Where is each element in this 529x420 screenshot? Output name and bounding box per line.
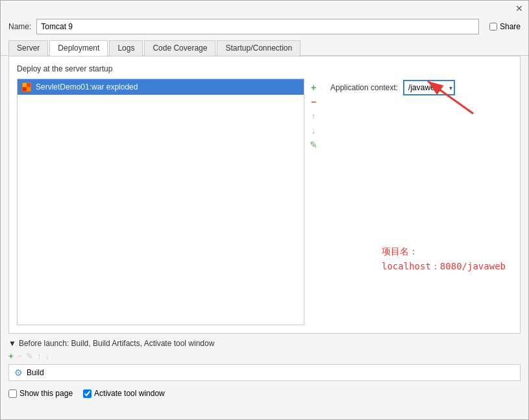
- tab-logs[interactable]: Logs: [109, 40, 143, 56]
- collapse-icon[interactable]: ▼: [8, 339, 16, 348]
- artifact-list: ServletDemo01:war exploded: [17, 79, 304, 325]
- tab-server[interactable]: Server: [8, 40, 48, 56]
- before-launch-section: ▼ Before launch: Build, Build Artifacts,…: [1, 334, 528, 381]
- tabs-bar: Server Deployment Logs Code Coverage Sta…: [1, 40, 528, 56]
- red-arrow-annotation: [408, 68, 486, 120]
- share-area: Share: [489, 22, 521, 31]
- add-artifact-button[interactable]: +: [307, 81, 320, 94]
- edit-artifact-button[interactable]: ✎: [307, 138, 320, 151]
- tab-startup-connection[interactable]: Startup/Connection: [217, 40, 301, 56]
- deploy-main: ServletDemo01:war exploded + − ↑ ↓ ✎ App…: [17, 79, 512, 325]
- before-launch-toolbar: + − ✎ ↑ ↓: [8, 352, 521, 360]
- show-page-label: Show this page: [19, 389, 73, 398]
- svg-rect-4: [27, 87, 31, 91]
- close-button[interactable]: ✕: [514, 3, 524, 14]
- share-checkbox[interactable]: [489, 23, 497, 31]
- annotation-text: 项目名： localhost：8080/javaweb: [382, 244, 506, 273]
- show-page-checkbox[interactable]: [8, 389, 17, 398]
- activate-tool-window-checkbox[interactable]: [83, 389, 92, 398]
- content-area: Deploy at the server startup: [8, 56, 521, 334]
- remove-artifact-button[interactable]: −: [307, 95, 320, 108]
- before-launch-down-button[interactable]: ↓: [45, 352, 50, 360]
- artifact-icon: [21, 82, 32, 92]
- build-label: Build: [27, 368, 44, 377]
- app-context-label: Application context:: [330, 83, 398, 92]
- artifact-item-label: ServletDemo01:war exploded: [36, 82, 138, 92]
- svg-rect-2: [27, 83, 31, 87]
- artifact-panel: ServletDemo01:war exploded + − ↑ ↓ ✎: [17, 79, 323, 325]
- activate-tool-window-label: Activate tool window: [94, 389, 165, 398]
- svg-rect-1: [23, 83, 27, 87]
- before-launch-add-button[interactable]: +: [8, 352, 14, 360]
- tab-deployment[interactable]: Deployment: [49, 40, 108, 56]
- arrow-area: [330, 101, 512, 140]
- show-page-row: Show this page: [8, 389, 73, 398]
- bottom-options: Show this page Activate tool window: [1, 386, 528, 401]
- svg-line-6: [428, 81, 473, 114]
- name-label: Name:: [8, 22, 31, 31]
- before-launch-header: ▼ Before launch: Build, Build Artifacts,…: [8, 339, 521, 348]
- annotation-line1: 项目名：: [382, 246, 418, 256]
- move-up-artifact-button[interactable]: ↑: [307, 110, 320, 123]
- share-label: Share: [500, 22, 521, 31]
- artifact-item[interactable]: ServletDemo01:war exploded: [18, 79, 304, 95]
- tab-code-coverage[interactable]: Code Coverage: [144, 40, 215, 56]
- main-window: ✕ Name: Share Server Deployment Logs Cod…: [0, 0, 529, 420]
- move-down-artifact-button[interactable]: ↓: [307, 124, 320, 137]
- build-row: ⚙ Build: [8, 364, 521, 381]
- name-row: Name: Share: [1, 16, 528, 40]
- svg-rect-3: [23, 87, 27, 91]
- activate-tool-window-row: Activate tool window: [83, 389, 165, 398]
- title-bar: ✕: [1, 1, 528, 16]
- name-input[interactable]: [36, 19, 479, 34]
- before-launch-edit-button[interactable]: ✎: [26, 352, 33, 360]
- app-context-panel: Application context: /javaweb ▾: [330, 79, 512, 325]
- artifact-toolbar: + − ↑ ↓ ✎: [304, 79, 323, 325]
- before-launch-up-button[interactable]: ↑: [37, 352, 42, 360]
- before-launch-remove-button[interactable]: −: [18, 352, 23, 360]
- build-icon: ⚙: [14, 367, 23, 378]
- before-launch-label: Before launch: Build, Build Artifacts, A…: [19, 339, 215, 348]
- annotation-line2: localhost：8080/javaweb: [382, 261, 506, 271]
